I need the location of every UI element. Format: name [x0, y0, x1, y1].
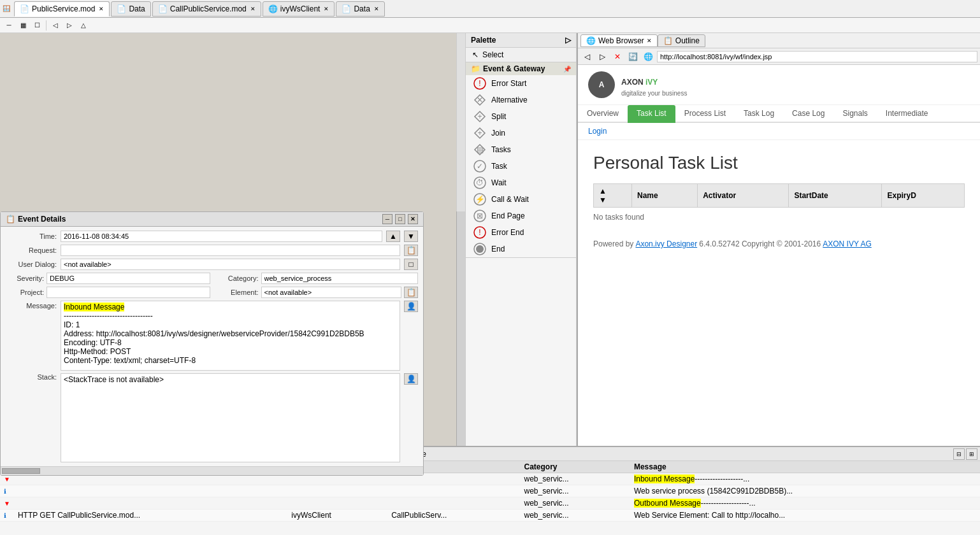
request-input[interactable]	[61, 245, 400, 256]
nav-tab-tasklog[interactable]: Task Log	[735, 105, 783, 123]
company-link[interactable]: AXON IVY AG	[823, 239, 871, 248]
element-btn[interactable]: 📋	[404, 287, 418, 298]
wait-icon: ⏱	[473, 176, 486, 189]
toolbar-btn-new[interactable]: ☐	[31, 20, 43, 31]
time-label: Time:	[6, 232, 57, 240]
log-element-2	[387, 485, 520, 497]
browser-tab-webbrowser[interactable]: 🌐 Web Browser ✕	[580, 34, 658, 47]
user-dialog-input[interactable]	[61, 259, 400, 270]
message-box[interactable]: Inbound Message ------------------------…	[61, 301, 400, 371]
palette-title: Palette	[471, 36, 496, 45]
project-input[interactable]	[47, 287, 210, 298]
brand-name-ivy: iVY	[645, 78, 658, 87]
log-row-3[interactable]: ▼ web_servic... Outbound Message--------…	[0, 497, 980, 510]
browser-stop-btn[interactable]: ✕	[611, 50, 624, 63]
browser-reload-btn[interactable]: 🔄	[626, 50, 639, 63]
time-input[interactable]	[61, 231, 382, 242]
severity-input[interactable]	[47, 273, 210, 284]
palette-item-error-end[interactable]: ! Error End	[466, 224, 576, 241]
col-message[interactable]: Message	[630, 461, 980, 473]
category-input[interactable]	[261, 273, 419, 284]
col-expirydate[interactable]: ExpiryD	[882, 184, 965, 208]
designer-link[interactable]: Axon.ivy Designer	[635, 239, 697, 248]
col-activator[interactable]: Activator	[698, 184, 789, 208]
toolbar-btn-tile[interactable]: ▦	[17, 20, 29, 31]
nav-tab-tasklist[interactable]: Task List	[628, 105, 675, 123]
toolbar-btn-up[interactable]: △	[77, 20, 90, 31]
palette-section-header-event[interactable]: 📁 Event & Gateway 📌	[466, 62, 576, 75]
tab-data1[interactable]: 📄 Data	[111, 1, 150, 17]
toolbar-btn-minimize[interactable]: ─	[3, 20, 15, 31]
col-category[interactable]: Category	[521, 461, 630, 473]
tab-icon-data2: 📄	[342, 4, 351, 13]
svg-text:+: +	[477, 129, 482, 138]
log-project-4: ivyWsClient	[287, 510, 387, 522]
event-details-titlebar: 📋 Event Details ─ □ ✕	[1, 212, 423, 227]
browser-back-btn[interactable]: ◁	[580, 50, 593, 63]
stack-box[interactable]: <StackTrace is not available>	[61, 373, 400, 462]
section-label: Event & Gateway	[483, 64, 545, 73]
nav-tab-caselog[interactable]: Case Log	[783, 105, 833, 123]
browser-tab-close[interactable]: ✕	[647, 38, 652, 44]
event-details-maximize[interactable]: □	[395, 214, 405, 224]
col-sort-arrows[interactable]: ▲ ▼	[594, 184, 632, 208]
svg-text:⏱: ⏱	[476, 178, 484, 187]
col-startdate[interactable]: StartDate	[789, 184, 882, 208]
tab-ivywsclient[interactable]: 🌐 ivyWsClient ✕	[263, 1, 335, 17]
tab-icon-ivywsclient: 🌐	[268, 4, 278, 13]
tab-close-ivywsclient[interactable]: ✕	[324, 6, 329, 12]
hscroll-thumb[interactable]	[2, 468, 40, 474]
palette-item-wait[interactable]: ⏱ Wait	[466, 175, 576, 191]
element-input[interactable]	[261, 287, 402, 298]
brand-logo: A	[588, 71, 615, 98]
palette-item-call-wait[interactable]: ⚡ Call & Wait	[466, 191, 576, 208]
canvas-vscroll[interactable]	[456, 33, 465, 211]
palette-select-btn[interactable]: ↖ Select	[466, 48, 576, 62]
stack-btn-1[interactable]: 👤	[404, 373, 418, 385]
nav-tab-intermediate[interactable]: Intermediate	[877, 105, 937, 123]
event-details-hscroll[interactable]	[1, 466, 423, 475]
bottom-panel-icon-1[interactable]: ⊟	[953, 448, 965, 460]
tab-publicservice[interactable]: 📄 PublicService.mod ✕	[14, 1, 110, 17]
palette-item-tasks[interactable]: ▤ Tasks	[466, 141, 576, 158]
col-name[interactable]: Name	[631, 184, 697, 208]
tab-callpublicservice[interactable]: 📄 CallPublicService.mod ✕	[152, 1, 261, 17]
tab-data2[interactable]: 📄 Data ✕	[336, 1, 384, 17]
request-btn[interactable]: 📋	[404, 245, 418, 256]
time-btn-up[interactable]: ▲	[386, 231, 400, 242]
palette-item-split[interactable]: + Split	[466, 108, 576, 125]
palette-item-join[interactable]: + Join	[466, 125, 576, 141]
section-pin-icon[interactable]: 📌	[563, 66, 571, 73]
user-dialog-btn[interactable]: □	[404, 259, 418, 270]
palette-item-error-start[interactable]: ! Error Start	[466, 75, 576, 92]
time-btn-down[interactable]: ▼	[404, 231, 418, 242]
tab-label-publicservice: PublicService.mod	[32, 4, 95, 13]
nav-tab-signals[interactable]: Signals	[833, 105, 876, 123]
browser-url-input[interactable]	[657, 51, 977, 62]
palette-item-end[interactable]: End	[466, 241, 576, 257]
message-btn-1[interactable]: 👤	[404, 301, 418, 312]
event-details-close[interactable]: ✕	[408, 214, 418, 224]
sort-down-arrow: ▼	[599, 196, 607, 204]
tab-close-publicservice[interactable]: ✕	[99, 6, 104, 12]
palette-expand-btn[interactable]: ▷	[565, 36, 571, 45]
toolbar-btn-forward[interactable]: ▷	[63, 20, 76, 31]
severity-category-row: Severity: Category:	[6, 273, 418, 284]
canvas-resize-handle[interactable]	[456, 211, 465, 466]
login-link[interactable]: Login	[588, 127, 607, 136]
log-row-2[interactable]: ℹ web_servic... Web service process (158…	[0, 485, 980, 497]
tab-close-data2[interactable]: ✕	[374, 6, 379, 12]
browser-forward-btn[interactable]: ▷	[596, 50, 609, 63]
nav-tab-processlist[interactable]: Process List	[675, 105, 735, 123]
log-row-4[interactable]: ℹ HTTP GET CallPublicService.mod... ivyW…	[0, 510, 980, 522]
palette-item-end-page[interactable]: ⊠ End Page	[466, 208, 576, 224]
bottom-panel-icon-2[interactable]: ⊞	[966, 448, 977, 460]
palette-item-alternative[interactable]: ✕ Alternative	[466, 92, 576, 108]
tab-close-callpublicservice[interactable]: ✕	[250, 6, 256, 12]
browser-tab-outline[interactable]: 📋 Outline	[658, 34, 705, 47]
event-details-minimize[interactable]: ─	[382, 214, 393, 224]
browser-globe-btn[interactable]: 🌐	[642, 50, 654, 63]
palette-item-task[interactable]: ✓ Task	[466, 158, 576, 175]
nav-tab-overview[interactable]: Overview	[578, 105, 628, 123]
toolbar-btn-back[interactable]: ◁	[49, 20, 62, 31]
